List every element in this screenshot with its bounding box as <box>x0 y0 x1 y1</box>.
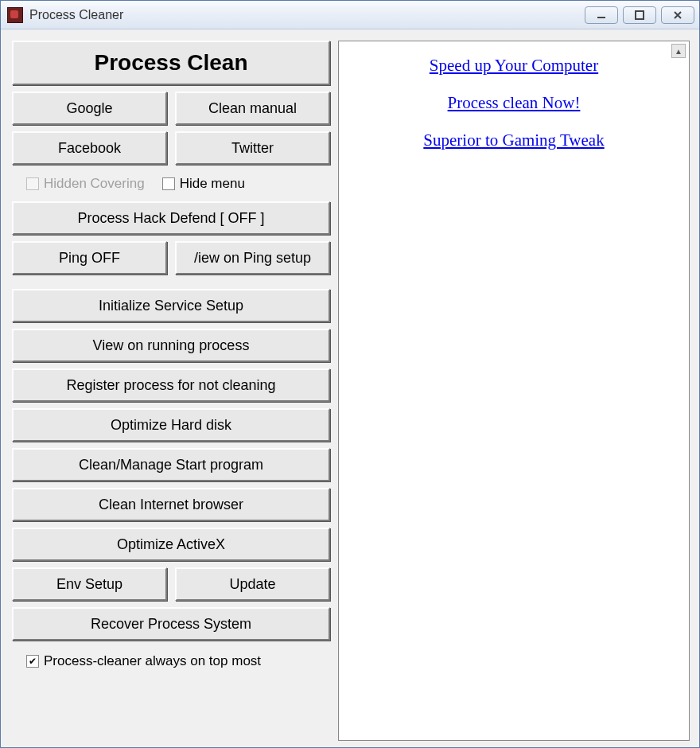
promo-link-2: Process clean Now! <box>348 93 679 113</box>
gaming-tweak-link[interactable]: Superior to Gaming Tweak <box>423 131 604 150</box>
twitter-button[interactable]: Twitter <box>175 131 330 165</box>
app-icon <box>7 7 23 23</box>
env-setup-button[interactable]: Env Setup <box>12 567 167 601</box>
window-controls <box>585 6 694 24</box>
checkbox-row: Hidden Covering Hide menu <box>12 171 330 195</box>
facebook-button[interactable]: Facebook <box>12 131 167 165</box>
initialize-service-button[interactable]: Initialize Service Setup <box>12 289 330 322</box>
always-on-top-label: Process-cleaner always on top most <box>44 653 261 669</box>
left-panel: Process Clean Google Clean manual Facebo… <box>12 41 330 741</box>
chevron-up-icon: ▲ <box>675 47 682 56</box>
optimize-harddisk-button[interactable]: Optimize Hard disk <box>12 408 330 442</box>
right-panel: ▲ Speed up Your Computer Process clean N… <box>338 41 690 741</box>
row-env-update: Env Setup Update <box>12 567 330 601</box>
view-running-process-button[interactable]: View on running process <box>12 329 330 362</box>
minimize-button[interactable] <box>585 6 618 24</box>
hidden-covering-checkbox: Hidden Covering <box>26 176 145 192</box>
svg-rect-1 <box>636 11 644 19</box>
maximize-icon <box>634 10 645 21</box>
process-hack-defend-button[interactable]: Process Hack Defend [ OFF ] <box>12 201 330 235</box>
checkbox-checked-icon: ✔ <box>26 655 39 668</box>
register-exclude-button[interactable]: Register process for not cleaning <box>12 368 330 402</box>
google-button[interactable]: Google <box>12 92 167 125</box>
svg-rect-0 <box>597 17 605 18</box>
titlebar: Process Cleaner <box>1 1 699 29</box>
process-clean-now-link[interactable]: Process clean Now! <box>448 93 581 112</box>
always-on-top-checkbox[interactable]: ✔ Process-cleaner always on top most <box>12 647 330 669</box>
clean-manual-button[interactable]: Clean manual <box>175 92 330 125</box>
promo-link-1: Speed up Your Computer <box>348 56 679 76</box>
row-google-manual: Google Clean manual <box>12 92 330 125</box>
row-facebook-twitter: Facebook Twitter <box>12 131 330 165</box>
ping-off-button[interactable]: Ping OFF <box>12 241 167 275</box>
app-window: Process Cleaner Process Clean Google Cle… <box>0 0 700 748</box>
hidden-covering-label: Hidden Covering <box>44 176 145 192</box>
checkbox-icon <box>162 177 175 190</box>
hide-menu-label: Hide menu <box>180 176 245 192</box>
optimize-activex-button[interactable]: Optimize ActiveX <box>12 528 330 561</box>
window-title: Process Cleaner <box>29 8 585 22</box>
hide-menu-checkbox[interactable]: Hide menu <box>162 176 245 192</box>
close-button[interactable] <box>661 6 694 24</box>
speed-up-computer-link[interactable]: Speed up Your Computer <box>430 56 598 75</box>
minimize-icon <box>596 10 607 21</box>
checkbox-icon <box>26 177 39 190</box>
close-icon <box>672 10 683 21</box>
promo-link-3: Superior to Gaming Tweak <box>348 131 679 150</box>
view-ping-setup-button[interactable]: /iew on Ping setup <box>175 241 330 275</box>
client-area: Process Clean Google Clean manual Facebo… <box>1 29 699 747</box>
row-ping: Ping OFF /iew on Ping setup <box>12 241 330 275</box>
update-button[interactable]: Update <box>175 567 330 601</box>
scroll-up-button[interactable]: ▲ <box>671 44 686 58</box>
process-clean-button[interactable]: Process Clean <box>12 41 330 85</box>
recover-process-system-button[interactable]: Recover Process System <box>12 607 330 641</box>
clean-internet-browser-button[interactable]: Clean Internet browser <box>12 488 330 521</box>
maximize-button[interactable] <box>623 6 656 24</box>
clean-start-program-button[interactable]: Clean/Manage Start program <box>12 448 330 481</box>
